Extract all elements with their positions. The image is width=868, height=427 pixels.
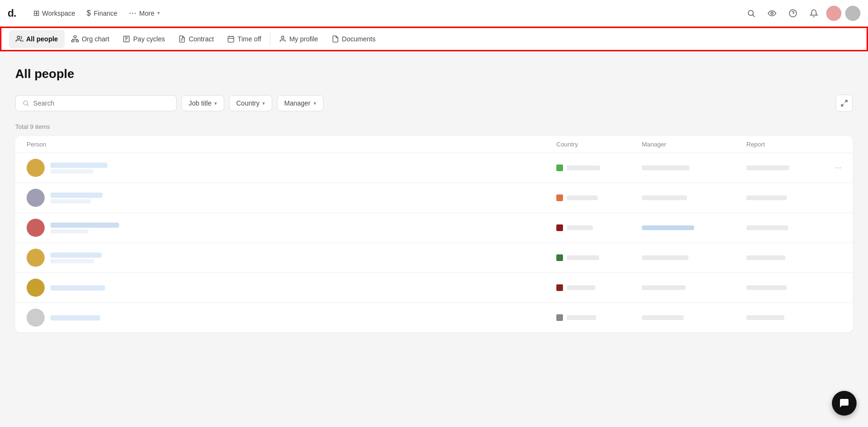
country-chevron-icon: ▾ — [262, 100, 265, 107]
search-box[interactable] — [15, 95, 177, 111]
tab-my-profile[interactable]: My profile — [272, 30, 325, 48]
tab-time-off[interactable]: Time off — [220, 30, 268, 48]
report-value — [746, 315, 784, 320]
flag-icon — [556, 224, 563, 231]
row-more-button[interactable]: ··· — [835, 164, 841, 172]
eye-button[interactable] — [763, 5, 781, 22]
flag-icon — [556, 165, 563, 171]
flag-icon — [556, 284, 563, 291]
svg-rect-15 — [228, 37, 234, 42]
chat-fab-button[interactable] — [832, 391, 857, 416]
flag-icon — [556, 254, 563, 261]
svg-line-23 — [841, 104, 844, 106]
col-country: Country — [556, 141, 642, 148]
tab-org-chart[interactable]: Org chart — [65, 30, 116, 48]
report-value — [746, 195, 787, 200]
country-value — [567, 165, 600, 170]
report-cell — [746, 225, 841, 230]
person-cell — [27, 309, 556, 327]
manager-cell — [642, 165, 746, 170]
total-items-label: Total 9 items — [15, 123, 853, 130]
svg-line-1 — [753, 15, 754, 17]
person-name — [50, 223, 119, 228]
country-filter[interactable]: Country ▾ — [229, 95, 272, 111]
all-people-icon — [16, 35, 23, 43]
help-button[interactable] — [784, 5, 801, 22]
tab-contract[interactable]: Contract — [172, 30, 220, 48]
expand-table-button[interactable] — [836, 95, 853, 112]
contract-tab-label: Contract — [189, 35, 214, 43]
tab-separator — [270, 32, 270, 46]
top-nav: d. ⊞ Workspace $ Finance ⋯ More ▾ — [0, 0, 868, 27]
workspace-icon: ⊞ — [33, 9, 39, 18]
report-cell — [746, 285, 841, 290]
search-input[interactable] — [33, 99, 170, 107]
time-off-icon — [227, 35, 235, 43]
finance-label: Finance — [94, 10, 117, 17]
page-title: All people — [15, 67, 853, 81]
more-nav-item[interactable]: ⋯ More ▾ — [123, 5, 166, 21]
person-name — [50, 285, 105, 291]
svg-line-21 — [27, 105, 29, 106]
person-cell — [27, 219, 556, 237]
manager-value — [642, 255, 688, 260]
table-row[interactable] — [15, 303, 853, 332]
flag-icon — [556, 194, 563, 201]
contract-icon — [178, 35, 186, 43]
my-profile-tab-label: My profile — [289, 35, 318, 43]
time-off-tab-label: Time off — [238, 35, 261, 43]
manager-value — [642, 225, 694, 230]
avatar — [27, 279, 45, 297]
avatar — [27, 219, 45, 237]
notifications-button[interactable] — [805, 5, 822, 22]
person-role — [50, 199, 91, 204]
job-title-chevron-icon: ▾ — [214, 100, 217, 107]
avatar — [27, 309, 45, 327]
user-avatar-1[interactable] — [826, 6, 841, 21]
person-role — [50, 259, 94, 263]
report-value — [746, 255, 785, 260]
manager-cell — [642, 225, 746, 230]
tab-all-people[interactable]: All people — [9, 30, 65, 48]
table-info: Total 9 items — [15, 123, 853, 130]
filter-bar: Job title ▾ Country ▾ Manager ▾ — [15, 95, 853, 112]
manager-filter[interactable]: Manager ▾ — [277, 95, 323, 111]
table-row[interactable] — [15, 213, 853, 243]
svg-point-5 — [17, 36, 19, 39]
workspace-nav-item[interactable]: ⊞ Workspace — [28, 5, 81, 21]
person-info — [50, 252, 102, 263]
svg-rect-8 — [76, 40, 78, 42]
job-title-filter[interactable]: Job title ▾ — [181, 95, 224, 111]
user-avatar-2[interactable] — [845, 6, 860, 21]
manager-chevron-icon: ▾ — [314, 100, 316, 107]
table-row[interactable] — [15, 183, 853, 213]
avatar — [27, 249, 45, 267]
svg-point-19 — [281, 36, 284, 39]
report-value — [746, 225, 788, 230]
country-value — [567, 315, 596, 320]
finance-nav-item[interactable]: $ Finance — [81, 5, 123, 21]
job-title-label: Job title — [189, 99, 211, 107]
manager-value — [642, 285, 686, 290]
report-cell — [746, 315, 841, 320]
person-role — [50, 169, 93, 174]
tab-pay-cycles[interactable]: Pay cycles — [116, 30, 172, 48]
table-row[interactable] — [15, 273, 853, 303]
pay-cycles-icon — [123, 35, 130, 43]
tab-documents[interactable]: Documents — [325, 30, 382, 48]
documents-icon — [332, 35, 339, 43]
manager-value — [642, 315, 684, 320]
more-grid-icon: ⋯ — [129, 9, 136, 18]
manager-value — [642, 195, 687, 200]
table-row[interactable] — [15, 243, 853, 273]
country-cell — [556, 194, 642, 201]
table-row[interactable]: ··· — [15, 153, 853, 183]
pay-cycles-tab-label: Pay cycles — [133, 35, 165, 43]
manager-cell — [642, 195, 746, 200]
report-value — [746, 285, 787, 290]
country-cell — [556, 314, 642, 321]
nav-right — [743, 5, 860, 22]
country-cell — [556, 284, 642, 291]
search-button[interactable] — [743, 5, 760, 22]
flag-icon — [556, 314, 563, 321]
